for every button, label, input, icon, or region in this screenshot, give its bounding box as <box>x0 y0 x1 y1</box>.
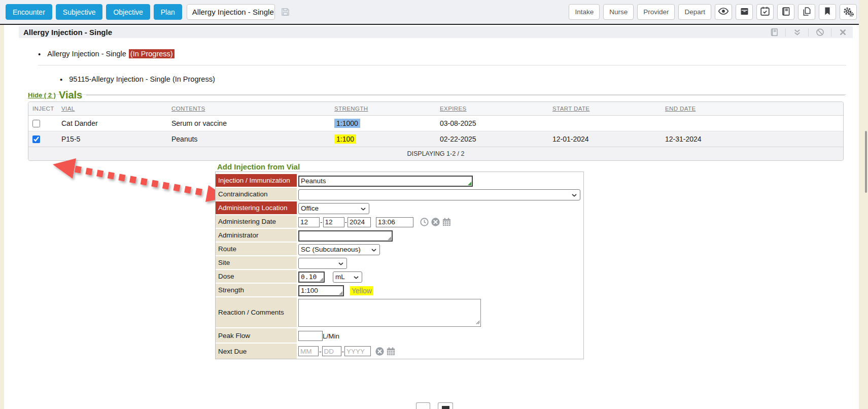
form-row-administrator: Administrator <box>216 229 583 243</box>
hide-vials-link[interactable]: Hide ( 2 ) <box>28 91 56 99</box>
form-legend: Add Injection from Vial <box>217 162 303 171</box>
resize-handle-icon[interactable] <box>476 318 480 326</box>
dose-label: Dose <box>216 270 297 284</box>
calendar-check-icon <box>759 6 771 18</box>
peak-flow-label: Peak Flow <box>216 328 297 344</box>
archive-icon <box>739 6 750 18</box>
depart-button[interactable]: Depart <box>678 4 711 20</box>
copy-button[interactable] <box>798 4 815 20</box>
toolbar-left-group: Encounter Subjective Objective Plan Alle… <box>6 4 291 20</box>
administering-date-label: Administering Date <box>216 215 297 229</box>
date-month-input[interactable] <box>298 217 320 227</box>
inject-checkbox[interactable] <box>32 120 40 127</box>
time-input[interactable] <box>376 217 413 227</box>
form-row-injection: Injection / Immunization <box>216 174 583 188</box>
divider <box>785 28 786 37</box>
panel-header: Allergy Injection - Single <box>19 26 853 38</box>
administering-location-select[interactable]: Office <box>298 203 369 214</box>
column-header-end-date[interactable]: END DATE <box>661 106 843 112</box>
next-due-month-input[interactable] <box>298 346 319 356</box>
main-content: Allergy Injection - Single • Allergy Inj… <box>4 25 859 409</box>
injection-input[interactable] <box>298 176 473 187</box>
site-label: Site <box>216 256 297 270</box>
settings-button[interactable] <box>840 4 857 20</box>
column-header-inject: INJECT <box>28 106 57 112</box>
calendar-check-button[interactable] <box>756 4 774 20</box>
column-header-strength[interactable]: STRENGTH <box>330 106 436 112</box>
calendar-icon[interactable] <box>442 217 452 227</box>
fieldset-border <box>86 95 845 95</box>
encounter-button[interactable]: Encounter <box>6 4 52 20</box>
column-header-start-date[interactable]: START DATE <box>548 106 661 112</box>
next-due-day-input[interactable] <box>322 346 341 356</box>
provider-button[interactable]: Provider <box>637 4 675 20</box>
archive-button[interactable] <box>736 4 753 20</box>
end-date-cell: 12-31-2024 <box>661 135 843 143</box>
strength-input[interactable] <box>298 285 344 296</box>
eye-button[interactable] <box>715 4 732 20</box>
contraindication-select[interactable] <box>298 189 580 200</box>
toolbar-right-group: Intake Nurse Provider Depart <box>569 4 857 20</box>
template-select[interactable]: Allergy Injection - Single <box>187 4 275 20</box>
block-icon[interactable] <box>813 27 827 37</box>
book-icon[interactable] <box>767 27 781 37</box>
dose-unit-value: mL <box>335 273 345 281</box>
expires-cell: 03-08-2025 <box>436 119 548 127</box>
collapse-chevrons-icon[interactable] <box>790 27 804 37</box>
peak-flow-input[interactable] <box>298 331 323 341</box>
form-row-dose: Dose mL <box>216 270 583 284</box>
template-select-value: Allergy Injection - Single <box>192 8 274 16</box>
next-due-year-input[interactable] <box>344 346 371 356</box>
objective-button[interactable]: Objective <box>106 4 150 20</box>
divider <box>38 65 846 65</box>
bookmark-button[interactable] <box>819 4 836 20</box>
route-select-value: SC (Subcutaneous) <box>301 246 361 253</box>
route-label: Route <box>216 243 297 256</box>
route-select[interactable]: SC (Subcutaneous) <box>298 244 380 255</box>
app-window: Encounter Subjective Objective Plan Alle… <box>0 0 868 409</box>
vial-cell: Cat Dander <box>57 119 167 127</box>
chevron-down-icon <box>338 259 343 267</box>
divider <box>808 28 809 37</box>
divider <box>831 28 831 37</box>
status-badge: (In Progress) <box>129 49 175 58</box>
form-row-contraindication: Contraindication <box>216 188 583 201</box>
chevron-down-icon <box>354 273 359 281</box>
bullet-dot: • <box>60 75 62 84</box>
clock-icon[interactable] <box>420 217 429 227</box>
nurse-button[interactable]: Nurse <box>603 4 634 20</box>
reaction-comments-label: Reaction / Comments <box>216 297 297 328</box>
date-separator: - <box>319 348 322 355</box>
subjective-button[interactable]: Subjective <box>56 4 103 20</box>
dose-input[interactable] <box>298 271 325 283</box>
form-row-strength: Strength Yellow <box>216 284 583 297</box>
clear-date-icon[interactable] <box>375 347 385 356</box>
clear-date-icon[interactable] <box>431 217 440 227</box>
column-header-vial[interactable]: VIAL <box>57 106 167 112</box>
book-button[interactable] <box>777 4 794 20</box>
site-select[interactable] <box>298 258 347 269</box>
copy-icon <box>802 6 812 18</box>
plan-button[interactable]: Plan <box>154 4 182 20</box>
administering-location-label: Administering Location <box>216 201 297 215</box>
red-annotation-arrow <box>46 152 238 206</box>
column-header-expires[interactable]: EXPIRES <box>436 106 548 112</box>
date-day-input[interactable] <box>323 217 344 227</box>
close-icon[interactable] <box>836 28 850 37</box>
column-header-contents[interactable]: CONTENTS <box>167 106 330 112</box>
dose-unit-select[interactable]: mL <box>333 271 362 283</box>
reaction-comments-textarea[interactable] <box>298 299 481 327</box>
date-year-input[interactable] <box>348 217 371 227</box>
bookmark-icon <box>822 6 832 18</box>
calendar-icon[interactable] <box>386 347 396 356</box>
save-icon[interactable] <box>280 7 291 17</box>
administrator-input[interactable] <box>298 230 393 242</box>
form-row-administering-date: Administering Date - - <box>216 215 583 229</box>
bottom-partial-button[interactable] <box>438 402 453 409</box>
inject-checkbox[interactable] <box>32 135 40 143</box>
start-date-cell: 12-01-2024 <box>548 135 661 143</box>
intake-button[interactable]: Intake <box>569 4 600 20</box>
vertical-scrollbar[interactable] <box>865 131 867 193</box>
bottom-partial-button[interactable] <box>416 402 430 409</box>
page-title: Allergy Injection - Single <box>19 28 112 37</box>
